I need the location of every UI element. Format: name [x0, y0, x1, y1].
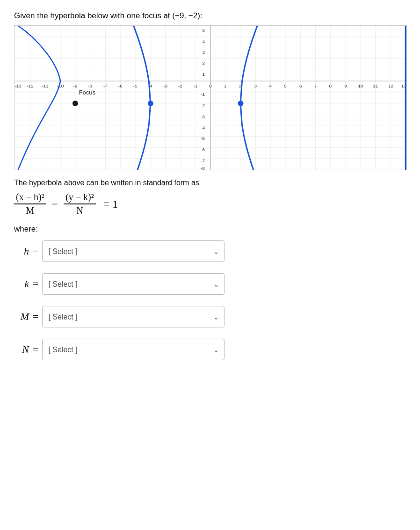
- svg-text:4: 4: [269, 83, 272, 88]
- right-vertex-dot: [238, 101, 244, 106]
- h-row: h = [ Select ] -9 -8 -7 -6 -5 -4 -3 -2 -…: [14, 240, 406, 262]
- k-select[interactable]: [ Select ] -9 -8 -7 -6 -5 -4 -3 -2 -1 0 …: [42, 273, 224, 295]
- svg-text:-1: -1: [201, 92, 205, 97]
- svg-text:-5: -5: [133, 83, 138, 88]
- h-label: h: [14, 245, 29, 257]
- focus-label: Focus: [79, 89, 95, 96]
- svg-text:-12: -12: [27, 83, 34, 88]
- M-equals: =: [33, 311, 38, 323]
- svg-text:-8: -8: [201, 166, 205, 170]
- svg-text:1: 1: [224, 83, 227, 88]
- svg-text:5: 5: [284, 83, 287, 88]
- minus-sign: −: [52, 198, 58, 211]
- svg-text:5: 5: [203, 28, 205, 33]
- svg-text:3: 3: [203, 50, 205, 55]
- left-vertex-dot: [148, 101, 153, 106]
- svg-text:-2: -2: [178, 83, 182, 88]
- h-equals: =: [33, 245, 38, 257]
- intro-text: Given the hyperbola below with one focus…: [14, 11, 406, 21]
- graph-svg: 0 1 2 3 4 5 6 7 8 9 10 11 12 13 -1 -2 -3…: [14, 26, 406, 170]
- fraction-1: (x − h)² M: [14, 192, 46, 216]
- graph-container: 0 1 2 3 4 5 6 7 8 9 10 11 12 13 -1 -2 -3…: [14, 25, 407, 170]
- svg-text:6: 6: [299, 83, 302, 88]
- svg-text:4: 4: [203, 39, 205, 44]
- k-select-wrapper[interactable]: [ Select ] -9 -8 -7 -6 -5 -4 -3 -2 -1 0 …: [42, 273, 224, 295]
- svg-text:7: 7: [314, 83, 317, 88]
- svg-text:8: 8: [329, 83, 332, 88]
- k-label: k: [14, 278, 29, 290]
- svg-text:0: 0: [209, 83, 212, 88]
- svg-text:-3: -3: [163, 83, 167, 88]
- svg-text:-3: -3: [201, 114, 205, 119]
- svg-text:-4: -4: [201, 125, 205, 130]
- svg-text:-2: -2: [201, 103, 205, 108]
- svg-text:-7: -7: [201, 158, 205, 163]
- svg-text:9: 9: [344, 83, 347, 88]
- svg-text:1: 1: [203, 72, 205, 77]
- svg-text:-11: -11: [42, 83, 49, 88]
- h-select[interactable]: [ Select ] -9 -8 -7 -6 -5 -4 -3 -2 -1 0 …: [42, 240, 224, 262]
- M-select-wrapper[interactable]: [ Select ] 4 9 16 25 36 49 55 64: [42, 306, 224, 327]
- h-select-wrapper[interactable]: [ Select ] -9 -8 -7 -6 -5 -4 -3 -2 -1 0 …: [42, 240, 224, 262]
- denominator-2: N: [74, 204, 85, 216]
- svg-text:12: 12: [388, 83, 394, 88]
- N-select-wrapper[interactable]: [ Select ] 4 9 16 25 36 49 55 64: [42, 339, 224, 360]
- M-row: M = [ Select ] 4 9 16 25 36 49 55 64: [14, 306, 406, 327]
- numerator-2: (y − k)²: [64, 192, 96, 204]
- equation-block: (x − h)² M − (y − k)² N = 1: [14, 192, 406, 216]
- svg-text:-5: -5: [201, 136, 205, 141]
- N-row: N = [ Select ] 4 9 16 25 36 49 55 64: [14, 339, 406, 360]
- svg-text:10: 10: [358, 83, 363, 88]
- svg-text:-1: -1: [194, 83, 198, 88]
- equals-one: = 1: [103, 198, 118, 211]
- k-equals: =: [33, 278, 38, 290]
- svg-text:11: 11: [373, 83, 378, 88]
- M-label: M: [14, 311, 29, 323]
- M-select[interactable]: [ Select ] 4 9 16 25 36 49 55 64: [42, 306, 224, 327]
- svg-text:-8: -8: [88, 83, 92, 88]
- svg-text:2: 2: [203, 60, 205, 65]
- numerator-1: (x − h)²: [14, 192, 46, 204]
- svg-text:3: 3: [254, 83, 257, 88]
- N-label: N: [14, 343, 29, 356]
- k-row: k = [ Select ] -9 -8 -7 -6 -5 -4 -3 -2 -…: [14, 273, 406, 295]
- N-equals: =: [33, 343, 38, 356]
- N-select[interactable]: [ Select ] 4 9 16 25 36 49 55 64: [42, 339, 224, 360]
- standard-form-text: The hyperbola above can be written in st…: [14, 179, 406, 187]
- denominator-1: M: [24, 204, 36, 216]
- svg-text:-13: -13: [14, 83, 22, 88]
- svg-text:-6: -6: [118, 83, 123, 88]
- svg-text:-6: -6: [201, 147, 205, 152]
- where-text: where:: [14, 225, 406, 234]
- focus-point: [72, 101, 78, 106]
- svg-text:-7: -7: [103, 83, 108, 88]
- svg-text:-9: -9: [73, 83, 77, 88]
- fraction-2: (y − k)² N: [64, 192, 96, 216]
